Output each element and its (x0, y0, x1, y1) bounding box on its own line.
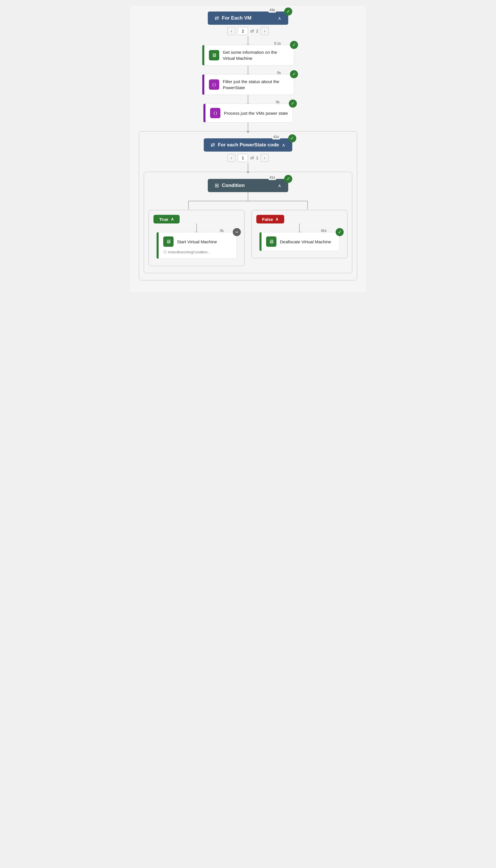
get-vm-info-content: 🖥 Get some information on the Virtual Ma… (204, 45, 294, 65)
process-power-icon: {} (210, 108, 220, 118)
condition-status: ✓ (284, 175, 292, 183)
page-total: 2 (256, 29, 258, 33)
connector-5 (248, 163, 248, 172)
fork-horizontal (188, 201, 308, 201)
condition-outer: ⊞ Condition ∧ 41s ✓ (144, 172, 352, 273)
filter-status-badge: ✓ (290, 70, 298, 78)
filter-status-icon: {} (209, 79, 219, 90)
start-vm-subtext: ⓘ ActionBranchingCondition... (163, 250, 210, 255)
process-power-block[interactable]: {} Process just the VMs power state (203, 104, 293, 122)
condition-block[interactable]: ⊞ Condition ∧ (208, 179, 288, 192)
process-power-content: {} Process just the VMs power state (205, 104, 293, 122)
deallocate-vm-status: ✓ (336, 228, 344, 236)
start-vm-sub-label: ActionBranchingCondition... (168, 250, 210, 254)
true-label-text: True (159, 217, 168, 222)
deallocate-vm-text: Deallocate Virtual Machine (280, 239, 331, 245)
process-power-text: Process just the VMs power state (224, 110, 288, 116)
connector-3 (248, 95, 248, 104)
foreach-vm-block[interactable]: ⇄ For Each VM ∧ (208, 12, 288, 25)
get-vm-info-time: 0.1s (273, 41, 282, 46)
start-vm-block[interactable]: 🖥 Start Virtual Machine ⓘ ActionBranchin… (156, 232, 237, 259)
foreach-powerstate-outer: ⇄ For each PowerState code ∧ 41s ✓ ‹ of … (139, 131, 357, 281)
true-chevron: ∧ (171, 216, 174, 222)
filter-status-time: 0s (276, 70, 282, 75)
of-label: of (250, 29, 254, 33)
start-vm-time: 0s (219, 228, 225, 233)
deallocate-vm-wrapper: 🖥 Deallocate Virtual Machine 41s ✓ (259, 232, 340, 251)
of-label-2: of (250, 155, 254, 160)
foreach-powerstate-icon: ⇄ (211, 142, 215, 148)
condition-time: 41s (268, 175, 276, 180)
foreach-vm-icon: ⇄ (215, 15, 219, 21)
check-icon-6: ✓ (286, 177, 290, 181)
get-vm-info-wrapper: 🖥 Get some information on the Virtual Ma… (202, 45, 294, 65)
deallocate-vm-content: 🖥 Deallocate Virtual Machine (262, 233, 336, 251)
filter-status-content: {} Filter just the status about the Powe… (204, 74, 294, 95)
fork-area (188, 201, 308, 201)
foreach-powerstate-wrapper: ⇄ For each PowerState code ∧ 41s ✓ (204, 138, 292, 152)
start-vm-text: Start Virtual Machine (177, 239, 217, 245)
deallocate-vm-block[interactable]: 🖥 Deallocate Virtual Machine (259, 232, 340, 251)
true-branch-label[interactable]: True ∧ (153, 215, 180, 223)
prev-page-btn[interactable]: ‹ (227, 27, 235, 35)
connector-4 (248, 122, 248, 131)
get-vm-info-sidebar (202, 45, 204, 65)
condition-label: Condition (222, 183, 245, 189)
foreach-powerstate-title-row: ⇄ For each PowerState code (211, 142, 279, 148)
start-vm-wrapper: 🖥 Start Virtual Machine ⓘ ActionBranchin… (156, 232, 237, 259)
foreach-vm-pagination: ‹ of 2 › (227, 27, 268, 35)
foreach-vm-time: 43s (268, 8, 276, 13)
check-icon-4: ✓ (291, 101, 295, 106)
start-vm-top-row: 🖥 Start Virtual Machine (163, 236, 217, 247)
info-icon: ⓘ (163, 250, 167, 255)
next-page-btn[interactable]: › (261, 27, 269, 35)
page-input[interactable] (238, 27, 248, 35)
foreach-powerstate-chevron: ∧ (282, 143, 285, 148)
start-vm-icon: 🖥 (163, 236, 174, 247)
connector-2 (248, 65, 248, 74)
true-branch-container: True ∧ 🖥 Start Virtual Machine (149, 210, 245, 266)
foreach-powerstate-status: ✓ (288, 134, 296, 143)
false-branch-container: False ∧ 🖥 Deallocate Virtual Machine (251, 210, 347, 258)
filter-status-block[interactable]: {} Filter just the status about the Powe… (202, 74, 294, 95)
filter-status-wrapper: {} Filter just the status about the Powe… (202, 74, 294, 95)
process-power-wrapper: {} Process just the VMs power state 0s ✓ (203, 104, 293, 122)
foreach-vm-label: For Each VM (222, 15, 251, 21)
connector-false (299, 223, 300, 232)
foreach-vm-title-row: ⇄ For Each VM (215, 15, 251, 21)
next-page-btn-2[interactable]: › (261, 154, 269, 162)
foreach-powerstate-block[interactable]: ⇄ For each PowerState code ∧ (204, 138, 292, 152)
fork-line-top (248, 192, 248, 201)
foreach-powerstate-time: 41s (272, 134, 280, 139)
get-vm-info-icon: 🖥 (209, 50, 219, 60)
foreach-powerstate-label: For each PowerState code (218, 142, 279, 148)
start-vm-sidebar (157, 233, 159, 258)
check-icon-5: ✓ (290, 136, 294, 141)
check-icon-2: ✓ (292, 43, 296, 47)
get-vm-info-text: Get some information on the Virtual Mach… (223, 49, 289, 61)
start-vm-content: 🖥 Start Virtual Machine ⓘ ActionBranchin… (159, 233, 221, 258)
foreach-vm-chevron: ∧ (278, 16, 281, 21)
deallocate-vm-time: 41s (320, 228, 328, 233)
process-power-sidebar (203, 104, 205, 122)
condition-wrapper: ⊞ Condition ∧ 41s ✓ (208, 179, 288, 192)
fork-left (188, 201, 189, 209)
branches: True ∧ 🖥 Start Virtual Machine (149, 210, 347, 266)
start-vm-status: − (233, 228, 241, 236)
minus-icon: − (235, 229, 238, 235)
prev-page-btn-2[interactable]: ‹ (227, 154, 235, 162)
get-vm-info-block[interactable]: 🖥 Get some information on the Virtual Ma… (202, 45, 294, 65)
process-power-badge: ✓ (289, 100, 297, 108)
deallocate-vm-icon: 🖥 (266, 236, 277, 247)
condition-icon: ⊞ (215, 182, 219, 189)
page-input-2[interactable] (238, 154, 248, 162)
fork-right (307, 201, 308, 209)
connector-true (196, 223, 197, 232)
false-branch-label[interactable]: False ∧ (256, 215, 284, 223)
workflow-canvas: ⇄ For Each VM ∧ 43s ✓ ‹ of 2 › 🖥 Get som… (130, 6, 366, 292)
condition-chevron: ∧ (278, 183, 281, 189)
false-label-text: False (262, 217, 273, 222)
check-icon-3: ✓ (292, 72, 296, 76)
foreach-powerstate-pagination: ‹ of 1 › (227, 154, 268, 162)
connector-1 (248, 36, 248, 45)
